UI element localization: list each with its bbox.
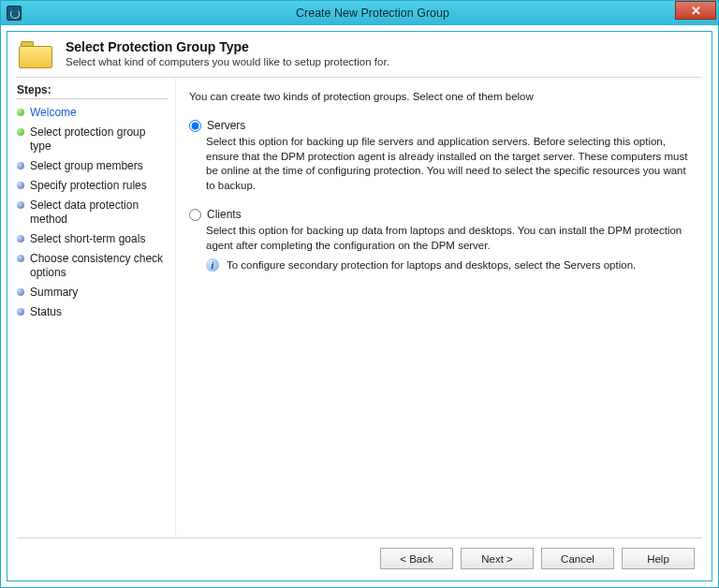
radio-clients[interactable] (189, 209, 201, 221)
header-texts: Select Protection Group Type Select what… (66, 39, 389, 67)
info-row: iTo configure secondary protection for l… (206, 258, 689, 272)
close-icon: ✕ (691, 4, 701, 18)
steps-sidebar: Steps: WelcomeSelect protection group ty… (7, 78, 176, 537)
body-area: Steps: WelcomeSelect protection group ty… (7, 78, 712, 537)
page-header: Select Protection Group Type Select what… (7, 32, 712, 77)
step-item[interactable]: Select protection group type (17, 123, 168, 156)
step-label: Summary (30, 286, 78, 300)
next-button[interactable]: Next > (461, 548, 534, 569)
folder-icon (19, 39, 56, 71)
option-row: Servers (189, 119, 689, 132)
info-icon: i (206, 258, 219, 272)
option-servers: ServersSelect this option for backing up… (189, 119, 689, 193)
step-label: Welcome (30, 106, 77, 120)
step-bullet-icon (17, 182, 24, 189)
step-item[interactable]: Summary (17, 283, 168, 302)
step-bullet-icon (17, 162, 24, 169)
step-item[interactable]: Select data protection method (17, 196, 168, 229)
option-description: Select this option for backing up data f… (206, 224, 689, 253)
step-bullet-icon (17, 308, 24, 316)
content-pane: You can create two kinds of protection g… (176, 78, 712, 537)
info-text: To configure secondary protection for la… (227, 259, 636, 271)
steps-divider (17, 98, 168, 99)
intro-text: You can create two kinds of protection g… (189, 91, 689, 102)
step-bullet-icon (17, 201, 24, 209)
cancel-button[interactable]: Cancel (541, 548, 614, 569)
step-bullet-icon (17, 255, 24, 262)
step-bullet-icon (17, 128, 24, 136)
step-item[interactable]: Select group members (17, 156, 168, 176)
back-button[interactable]: < Back (380, 548, 453, 569)
page-subtitle: Select what kind of computers you would … (66, 56, 389, 67)
wizard-window: Create New Protection Group ✕ Select Pro… (0, 0, 719, 588)
step-label: Select group members (30, 159, 143, 173)
options-group: ServersSelect this option for backing up… (189, 119, 689, 272)
step-label: Choose consistency check options (30, 252, 168, 280)
help-button[interactable]: Help (622, 548, 695, 569)
step-item[interactable]: Select short-term goals (17, 229, 168, 249)
app-icon (7, 6, 22, 21)
step-bullet-icon (17, 288, 24, 296)
step-item[interactable]: Specify protection rules (17, 176, 168, 196)
step-bullet-icon (17, 109, 24, 116)
window-title: Create New Protection Group (27, 7, 718, 20)
step-label: Specify protection rules (30, 179, 147, 193)
step-label: Select data protection method (30, 198, 168, 227)
wizard-body: Select Protection Group Type Select what… (7, 31, 712, 581)
footer: < Back Next > Cancel Help (7, 538, 712, 581)
option-description: Select this option for backing up file s… (206, 135, 689, 193)
step-label: Select protection group type (30, 125, 168, 154)
close-button[interactable]: ✕ (675, 1, 716, 20)
option-row: Clients (189, 208, 689, 221)
step-item[interactable]: Choose consistency check options (17, 249, 168, 283)
step-label: Status (30, 305, 62, 319)
page-title: Select Protection Group Type (66, 39, 389, 54)
step-item[interactable]: Status (17, 302, 168, 322)
step-bullet-icon (17, 235, 24, 243)
option-label[interactable]: Clients (207, 208, 242, 221)
step-label: Select short-term goals (30, 232, 145, 246)
steps-title: Steps: (17, 83, 168, 96)
titlebar: Create New Protection Group ✕ (1, 1, 718, 25)
radio-servers[interactable] (189, 120, 201, 132)
steps-list: WelcomeSelect protection group typeSelec… (17, 103, 168, 322)
option-label[interactable]: Servers (207, 119, 245, 132)
step-item[interactable]: Welcome (17, 103, 168, 123)
option-clients: ClientsSelect this option for backing up… (189, 208, 689, 272)
